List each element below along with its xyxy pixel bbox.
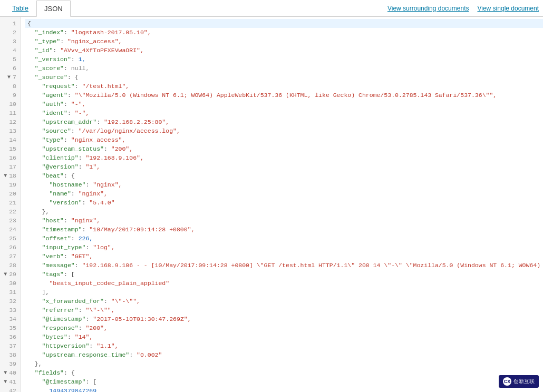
line-num-25: 25 [0,234,21,243]
json-area: 123456▼7891011121314151617▼1819202122232… [0,17,543,392]
watermark: CX 创新互联 [499,375,539,388]
line-num-8: 8 [0,82,21,91]
tab-json[interactable]: JSON [36,1,71,17]
json-line-13: "source": "/var/log/nginx/access.log", [25,126,543,135]
line-num-17: 17 [0,162,21,171]
line-num-37: 37 [0,341,21,350]
line-num-15: 15 [0,144,21,153]
tab-table[interactable]: Table [4,0,36,16]
collapse-toggle-29[interactable]: ▼ [4,270,7,279]
line-num-5: 5 [0,55,21,64]
json-line-21: "version": "5.4.0" [25,198,543,207]
line-num-22: 22 [0,207,21,216]
view-single-link[interactable]: View single document [477,5,539,12]
json-line-29: "tags": [ [25,270,543,279]
json-line-34: "@timestamp": "2017-05-10T01:30:47.269Z"… [25,315,543,324]
json-line-25: "offset": 226, [25,234,543,243]
json-line-32: "x_forwarded_for": "\"-\"", [25,297,543,306]
line-num-19: 19 [0,180,21,189]
json-line-19: "hostname": "nginx", [25,180,543,189]
watermark-icon: CX [503,377,511,386]
line-num-36: 36 [0,332,21,341]
json-line-7: "_source": { [25,73,543,82]
line-num-33: 33 [0,306,21,315]
line-numbers: 123456▼7891011121314151617▼1819202122232… [0,17,21,392]
line-num-41[interactable]: ▼41 [0,377,21,386]
json-line-28: "message": "192.168.9.106 - - [10/May/20… [25,261,543,270]
json-line-41: "@timestamp": [ [25,377,543,386]
line-num-18[interactable]: ▼18 [0,171,21,180]
line-num-31: 31 [0,288,21,297]
line-num-21: 21 [0,198,21,207]
line-num-11: 11 [0,109,21,117]
line-num-32: 32 [0,297,21,306]
line-num-4: 4 [0,46,21,55]
json-line-2: "_index": "logstash-2017.05.10", [25,28,543,37]
line-num-7[interactable]: ▼7 [0,73,21,82]
line-num-30: 30 [0,279,21,288]
line-num-16: 16 [0,153,21,162]
line-num-1: 1 [0,19,21,28]
json-line-42: 1494379847269 [25,386,543,392]
tabs-left: Table JSON [4,0,71,16]
json-line-14: "type": "nginx_access", [25,135,543,144]
line-num-28: 28 [0,261,21,270]
line-num-40[interactable]: ▼40 [0,368,21,377]
json-line-31: ], [25,288,543,297]
json-line-3: "_type": "nginx_access", [25,37,543,46]
json-line-33: "referrer": "\"-\"", [25,306,543,315]
json-line-11: "ident": "-", [25,109,543,117]
json-line-38: "upstream_response_time": "0.002" [25,350,543,359]
line-num-23: 23 [0,216,21,225]
json-line-24: "timestamp": "10/May/2017:09:14:28 +0800… [25,225,543,234]
line-num-42: 42 [0,386,21,392]
line-num-20: 20 [0,189,21,198]
line-num-38: 38 [0,350,21,359]
json-line-8: "request": "/test.html", [25,82,543,91]
collapse-toggle-40[interactable]: ▼ [4,368,7,377]
line-num-29[interactable]: ▼29 [0,270,21,279]
json-line-35: "response": "200", [25,324,543,332]
json-line-1: { [25,19,543,28]
json-line-4: "_id": "AVvv_4XfToPFXEVwaORI", [25,46,543,55]
line-num-3: 3 [0,37,21,46]
collapse-toggle-7[interactable]: ▼ [7,73,11,82]
line-num-27: 27 [0,252,21,261]
line-num-14: 14 [0,135,21,144]
line-num-35: 35 [0,324,21,332]
line-num-26: 26 [0,243,21,252]
json-content: { "_index": "logstash-2017.05.10", "_typ… [21,17,543,392]
json-line-37: "httpversion": "1.1", [25,341,543,350]
collapse-toggle-41[interactable]: ▼ [4,377,7,386]
tabs-right: View surrounding documents View single d… [387,5,539,12]
json-line-23: "host": "nginx", [25,216,543,225]
json-line-15: "upstream_status": "200", [25,144,543,153]
line-num-9: 9 [0,91,21,100]
json-line-16: "clientip": "192.168.9.106", [25,153,543,162]
line-num-24: 24 [0,225,21,234]
line-num-13: 13 [0,126,21,135]
line-num-39: 39 [0,359,21,368]
json-line-40: "fields": { [25,368,543,377]
line-num-12: 12 [0,117,21,126]
json-line-30: "beats_input_codec_plain_applied" [25,279,543,288]
line-num-34: 34 [0,315,21,324]
line-num-10: 10 [0,100,21,109]
line-num-2: 2 [0,28,21,37]
json-line-18: "beat": { [25,171,543,180]
json-line-9: "agent": "\"Mozilla/5.0 (Windows NT 6.1;… [25,91,543,100]
watermark-text: 创新互联 [513,378,535,385]
collapse-toggle-18[interactable]: ▼ [4,171,7,180]
tab-bar: Table JSON View surrounding documents Vi… [0,0,543,17]
view-surrounding-link[interactable]: View surrounding documents [387,5,469,12]
json-line-20: "name": "nginx", [25,189,543,198]
json-line-10: "auth": "-", [25,100,543,109]
line-num-6: 6 [0,64,21,73]
json-line-27: "verb": "GET", [25,252,543,261]
json-line-26: "input_type": "log", [25,243,543,252]
json-line-5: "_version": 1, [25,55,543,64]
json-line-22: }, [25,207,543,216]
json-line-36: "bytes": "14", [25,332,543,341]
json-line-39: }, [25,359,543,368]
json-line-12: "upstream_addr": "192.168.2.25:80", [25,117,543,126]
